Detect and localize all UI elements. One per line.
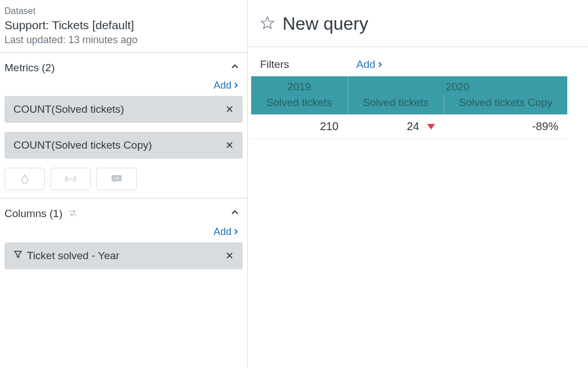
columns-header[interactable]: Columns (1) (4, 206, 243, 224)
svg-point-2 (116, 178, 117, 179)
table-header-col[interactable]: Solved tickets (251, 94, 348, 114)
table-cell: -89% (444, 114, 567, 139)
table-header-year[interactable]: 2020 (348, 76, 567, 94)
svg-point-1 (114, 178, 115, 179)
dataset-block: Dataset Support: Tickets [default] Last … (0, 0, 247, 53)
table-cell: 24 (348, 114, 444, 139)
chevron-right-icon (233, 80, 239, 91)
table-cell: 210 (251, 114, 348, 139)
broadcast-icon-button[interactable] (50, 168, 91, 190)
table-header-col[interactable]: Solved tickets Copy (444, 94, 567, 114)
svg-point-0 (70, 178, 72, 180)
metric-label: COUNT(Solved tickets Copy) (13, 139, 152, 151)
remove-column-button[interactable]: ✕ (225, 250, 234, 262)
metrics-section: Metrics (2) Add COUNT(Solved tickets) ✕ (0, 53, 247, 199)
swap-icon[interactable] (68, 208, 78, 220)
chevron-up-icon (230, 208, 239, 220)
icon-toolbar (4, 168, 243, 190)
metrics-add-link[interactable]: Add (4, 77, 243, 96)
add-label: Add (214, 80, 232, 91)
filters-label: Filters (260, 58, 289, 71)
filters-add-link[interactable]: Add (356, 58, 383, 71)
table-header-year[interactable]: 2019 (251, 76, 348, 94)
svg-point-3 (118, 178, 119, 179)
columns-add-link[interactable]: Add (4, 224, 243, 242)
metric-pill[interactable]: COUNT(Solved tickets) ✕ (4, 96, 243, 123)
add-label: Add (214, 226, 232, 238)
add-label: Add (356, 58, 376, 71)
chevron-right-icon (377, 58, 383, 71)
column-pill[interactable]: Ticket solved - Year ✕ (4, 242, 243, 269)
main-panel: New query Filters Add 2019 2020 Solved t… (248, 0, 588, 368)
svg-marker-4 (261, 17, 274, 29)
remove-metric-button[interactable]: ✕ (225, 139, 234, 151)
chevron-up-icon (230, 62, 239, 74)
table-cell-value: 24 (407, 120, 419, 133)
table-header-col[interactable]: Solved tickets (348, 94, 444, 114)
metrics-title: Metrics (2) (4, 62, 55, 74)
metric-pill[interactable]: COUNT(Solved tickets Copy) ✕ (4, 132, 243, 159)
table-row: 210 24 -89% (251, 114, 567, 139)
columns-title: Columns (1) (4, 208, 62, 219)
sidebar: Dataset Support: Tickets [default] Last … (0, 0, 248, 368)
trend-down-icon (427, 124, 435, 130)
metric-label: COUNT(Solved tickets) (13, 103, 124, 116)
column-label: Ticket solved - Year (27, 250, 119, 262)
funnel-icon (13, 250, 22, 262)
metrics-header[interactable]: Metrics (2) (4, 61, 243, 77)
remove-metric-button[interactable]: ✕ (225, 103, 234, 116)
dataset-name: Support: Tickets [default] (4, 17, 239, 33)
query-title[interactable]: New query (283, 13, 368, 34)
star-icon[interactable] (260, 16, 275, 32)
dataset-label: Dataset (4, 6, 239, 17)
comment-icon-button[interactable] (96, 168, 137, 190)
chevron-right-icon (233, 226, 239, 238)
columns-section: Columns (1) Add (0, 199, 247, 286)
drop-icon-button[interactable] (4, 168, 45, 190)
filters-row: Filters Add (248, 47, 588, 76)
result-table: 2019 2020 Solved tickets Solved tickets … (251, 76, 567, 139)
dataset-updated: Last updated: 13 minutes ago (4, 33, 239, 47)
query-header: New query (248, 0, 588, 47)
